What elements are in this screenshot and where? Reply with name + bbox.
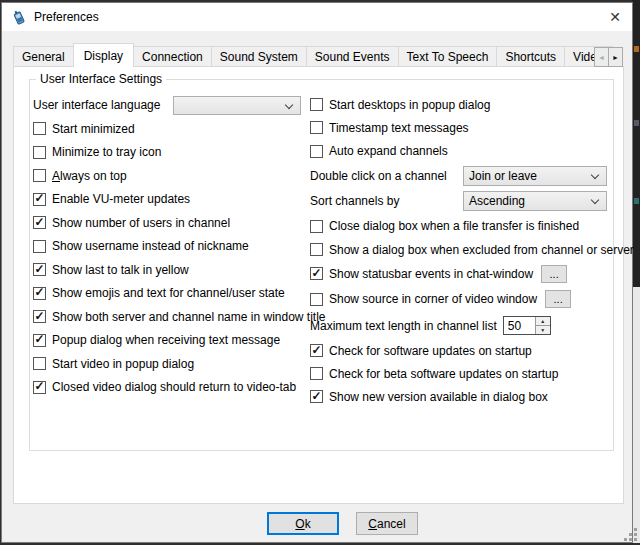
checkbox[interactable] — [33, 240, 46, 253]
checkbox[interactable] — [33, 357, 46, 370]
checkbox-label[interactable]: Enable VU-meter updates — [52, 192, 190, 206]
checkbox[interactable] — [310, 293, 323, 306]
checkbox-label[interactable]: Show a dialog box when excluded from cha… — [329, 243, 634, 257]
checkbox-label[interactable]: Closed video dialog should return to vid… — [52, 380, 296, 394]
sort-channels-label: Sort channels by — [310, 194, 399, 208]
tab-display[interactable]: Display — [73, 43, 134, 67]
checkbox-label[interactable]: Check for beta software updates on start… — [329, 367, 558, 381]
max-text-length-spinner[interactable]: 50 ▲ ▼ — [503, 316, 551, 335]
checkbox[interactable] — [33, 169, 46, 182]
chevron-down-icon — [285, 100, 293, 108]
max-text-length-label: Maximum text length in channel list — [310, 319, 497, 333]
checkbox-label[interactable]: Timestamp text messages — [329, 121, 469, 135]
checkbox-row: Close dialog box when a file transfer is… — [310, 214, 607, 238]
chevron-down-icon — [591, 170, 599, 178]
checkbox[interactable] — [33, 122, 46, 135]
checkbox-row: Minimize to tray icon — [33, 141, 301, 165]
chevron-down-icon — [591, 196, 599, 204]
title-bar[interactable]: Preferences ✕ — [2, 3, 632, 31]
checkbox[interactable] — [33, 287, 46, 300]
resize-grip[interactable] — [624, 528, 638, 542]
checkbox-label[interactable]: Show username instead of nickname — [52, 239, 249, 253]
checkbox-row: Show username instead of nickname — [33, 235, 301, 259]
checkbox-label[interactable]: Show number of users in channel — [52, 216, 230, 230]
checkbox-row: Show new version available in dialog box — [310, 385, 607, 408]
left-settings-column: User interface language Start minimized … — [33, 93, 301, 399]
double-click-value: Join or leave — [469, 169, 537, 183]
checkbox-label[interactable]: Show emojis and text for channel/user st… — [52, 286, 285, 300]
tab-text-to-speech[interactable]: Text To Speech — [398, 46, 498, 67]
checkbox-row: Start desktops in popup dialog — [310, 93, 607, 116]
group-title: User Interface Settings — [36, 72, 166, 86]
checkbox-label[interactable]: Close dialog box when a file transfer is… — [329, 219, 579, 233]
app-icon — [11, 9, 27, 25]
checkbox[interactable] — [310, 367, 323, 380]
checkbox-row: Show number of users in channel — [33, 211, 301, 235]
ok-button-label: Ok — [295, 517, 310, 531]
checkbox-label[interactable]: Show new version available in dialog box — [329, 390, 548, 404]
checkbox-row: Closed video dialog should return to vid… — [33, 376, 301, 400]
checkbox-row: Always on top — [33, 164, 301, 188]
desktop-speck — [634, 120, 639, 126]
spin-down-icon[interactable]: ▼ — [536, 326, 550, 334]
checkbox-label[interactable]: Always on top — [52, 169, 127, 183]
double-click-row: Double click on a channel Join or leave — [310, 163, 607, 188]
right-settings-column: Start desktops in popup dialog Timestamp… — [310, 93, 607, 408]
checkbox-label[interactable]: Check for software updates on startup — [329, 344, 532, 358]
language-combobox[interactable] — [173, 96, 301, 115]
preferences-dialog: Preferences ✕ General Display Connection… — [1, 2, 633, 543]
tab-label: Connection — [142, 50, 203, 64]
tab-connection[interactable]: Connection — [133, 46, 212, 67]
checkbox[interactable] — [33, 216, 46, 229]
checkbox[interactable] — [310, 220, 323, 233]
checkbox[interactable] — [33, 334, 46, 347]
checkbox[interactable] — [33, 193, 46, 206]
checkbox[interactable] — [33, 381, 46, 394]
checkbox[interactable] — [33, 146, 46, 159]
tab-shortcuts[interactable]: Shortcuts — [496, 46, 565, 67]
checkbox-row: Popup dialog when receiving text message — [33, 329, 301, 353]
checkbox-label[interactable]: Auto expand channels — [329, 144, 448, 158]
checkbox-row: Show emojis and text for channel/user st… — [33, 282, 301, 306]
checkbox-label[interactable]: Popup dialog when receiving text message — [52, 333, 280, 347]
checkbox[interactable] — [33, 263, 46, 276]
checkbox-label[interactable]: Show source in corner of video window — [329, 292, 537, 306]
checkbox[interactable] — [310, 344, 323, 357]
checkbox-label[interactable]: Start desktops in popup dialog — [329, 98, 490, 112]
screen-background: Preferences ✕ General Display Connection… — [0, 0, 640, 545]
tab-label: Text To Speech — [407, 50, 489, 64]
video-source-more-button[interactable]: ... — [545, 290, 571, 308]
checkbox[interactable] — [310, 243, 323, 256]
double-click-label: Double click on a channel — [310, 169, 447, 183]
checkbox[interactable] — [310, 390, 323, 403]
checkbox-label[interactable]: Show statusbar events in chat-window — [329, 267, 533, 281]
checkbox-label[interactable]: Show last to talk in yellow — [52, 263, 189, 277]
tab-scroll-left-icon[interactable]: ◄ — [594, 47, 609, 67]
statusbar-events-more-button[interactable]: ... — [541, 265, 567, 283]
tab-sound-system[interactable]: Sound System — [211, 46, 307, 67]
video-source-row: Show source in corner of video window ..… — [310, 286, 607, 312]
tab-general[interactable]: General — [13, 46, 74, 67]
tab-sound-events[interactable]: Sound Events — [306, 46, 399, 67]
sort-channels-combobox[interactable]: Ascending — [463, 191, 607, 211]
spin-up-icon[interactable]: ▲ — [536, 317, 550, 326]
checkbox[interactable] — [310, 121, 323, 134]
checkbox[interactable] — [310, 145, 323, 158]
checkbox[interactable] — [33, 310, 46, 323]
checkbox-label[interactable]: Show both server and channel name in win… — [52, 310, 326, 324]
checkbox[interactable] — [310, 98, 323, 111]
tab-bar: General Display Connection Sound System … — [13, 43, 624, 67]
cancel-button-label: Cancel — [368, 517, 405, 531]
checkbox-label[interactable]: Start minimized — [52, 122, 135, 136]
close-icon[interactable]: ✕ — [598, 3, 632, 31]
checkbox-label[interactable]: Minimize to tray icon — [52, 145, 161, 159]
checkbox[interactable] — [310, 267, 323, 280]
checkbox-label[interactable]: Start video in popup dialog — [52, 357, 194, 371]
ok-button[interactable]: Ok — [267, 512, 339, 535]
double-click-combobox[interactable]: Join or leave — [463, 166, 607, 186]
cancel-button[interactable]: Cancel — [356, 512, 418, 535]
checkbox-row: Show both server and channel name in win… — [33, 305, 301, 329]
checkbox-row: Timestamp text messages — [310, 116, 607, 139]
tab-scroll-buttons: ◄ ► — [595, 47, 623, 67]
tab-scroll-right-icon[interactable]: ► — [608, 47, 623, 67]
